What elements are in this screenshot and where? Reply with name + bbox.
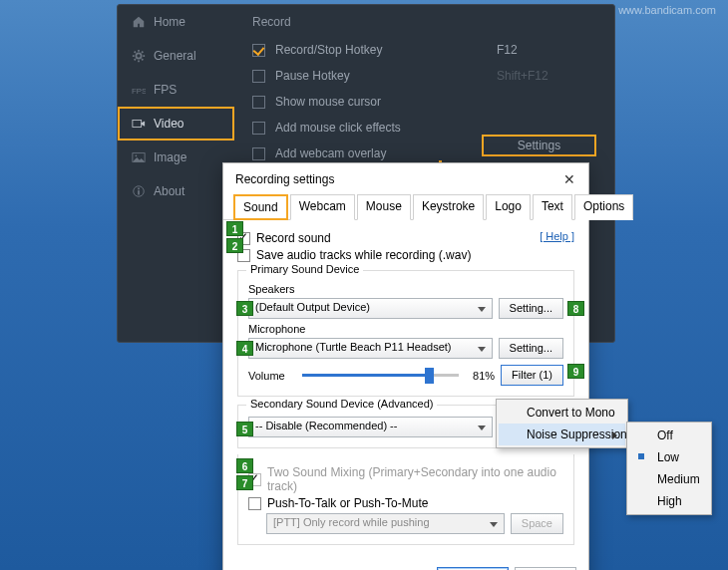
option-ptt[interactable]: Push-To-Talk or Push-To-Mute bbox=[248, 496, 563, 510]
secondary-legend: Secondary Sound Device (Advanced) bbox=[246, 398, 437, 410]
sidebar-item-image[interactable]: Image bbox=[118, 141, 234, 174]
mixing-group: Two Sound Mixing (Primary+Secondary into… bbox=[237, 454, 574, 545]
tab-mouse[interactable]: Mouse bbox=[357, 194, 411, 220]
checkbox-click-effects[interactable] bbox=[252, 122, 265, 135]
option-save-wav[interactable]: Save audio tracks while recording (.wav) bbox=[237, 248, 574, 262]
fps-icon: FPS bbox=[132, 83, 146, 97]
dialog-titlebar: Recording settings ✕ bbox=[223, 163, 588, 193]
menu-noise-medium[interactable]: Medium bbox=[629, 468, 709, 490]
sidebar-nav: Home General FPS FPS Video Image About bbox=[118, 5, 234, 344]
hotkey-value: Shift+F12 bbox=[497, 69, 596, 83]
info-icon bbox=[132, 184, 146, 198]
svg-rect-7 bbox=[138, 188, 140, 190]
option-label: Show mouse cursor bbox=[275, 95, 596, 109]
option-label: Record/Stop Hotkey bbox=[275, 43, 497, 57]
annotation-badge-7: 7 bbox=[236, 475, 253, 490]
speakers-dropdown[interactable]: (Default Output Device) bbox=[248, 298, 493, 319]
volume-label: Volume bbox=[248, 370, 296, 382]
menu-convert-mono[interactable]: Convert to Mono bbox=[499, 402, 625, 424]
noise-submenu: Off Low Medium High bbox=[626, 422, 712, 515]
sidebar-item-general[interactable]: General bbox=[118, 39, 234, 73]
option-two-sound-mixing: Two Sound Mixing (Primary+Secondary into… bbox=[248, 465, 563, 493]
svg-text:FPS: FPS bbox=[132, 87, 146, 96]
option-record-sound[interactable]: Record sound bbox=[237, 231, 574, 245]
sidebar-item-about[interactable]: About bbox=[118, 174, 234, 208]
dialog-footer: OK Cancel bbox=[223, 561, 588, 570]
volume-percent: 81% bbox=[465, 370, 495, 382]
checkbox-show-cursor[interactable] bbox=[252, 96, 265, 109]
filter-button[interactable]: Filter (1) bbox=[501, 365, 563, 386]
dialog-title: Recording settings bbox=[235, 172, 558, 186]
annotation-badge-1: 1 bbox=[226, 221, 243, 236]
video-options-area: Record Record/Stop Hotkey F12 Pause Hotk… bbox=[234, 5, 614, 166]
tab-text[interactable]: Text bbox=[533, 194, 572, 220]
checkbox-webcam-overlay[interactable] bbox=[252, 147, 265, 160]
tab-options[interactable]: Options bbox=[574, 194, 633, 220]
option-label: Add mouse click effects bbox=[275, 121, 596, 135]
menu-noise-off[interactable]: Off bbox=[629, 425, 709, 446]
video-icon bbox=[132, 117, 146, 131]
option-pause-hotkey[interactable]: Pause Hotkey Shift+F12 bbox=[234, 63, 614, 89]
sidebar-label: Image bbox=[154, 150, 186, 164]
speakers-setting-button[interactable]: Setting... bbox=[499, 298, 563, 319]
tab-sound[interactable]: Sound bbox=[233, 194, 288, 220]
ptt-mode-dropdown: [PTT] Only record while pushing bbox=[266, 513, 505, 534]
annotation-badge-5: 5 bbox=[236, 422, 253, 436]
sidebar-label: Video bbox=[154, 117, 183, 131]
menu-noise-high[interactable]: High bbox=[629, 490, 709, 512]
hotkey-value: F12 bbox=[497, 43, 596, 57]
primary-device-group: Primary Sound Device Speakers (Default O… bbox=[237, 270, 574, 397]
annotation-badge-3: 3 bbox=[236, 301, 253, 316]
watermark: www.bandicam.com bbox=[618, 4, 716, 16]
volume-slider[interactable] bbox=[302, 374, 459, 377]
annotation-badge-4: 4 bbox=[236, 341, 253, 356]
microphone-setting-button[interactable]: Setting... bbox=[499, 338, 563, 359]
svg-point-4 bbox=[136, 154, 138, 156]
sidebar-item-home[interactable]: Home bbox=[118, 5, 234, 39]
microphone-dropdown[interactable]: Microphone (Turtle Beach P11 Headset) bbox=[248, 338, 493, 359]
annotation-badge-8: 8 bbox=[567, 301, 584, 316]
speakers-label: Speakers bbox=[248, 283, 563, 295]
sidebar-label: Home bbox=[154, 15, 185, 29]
sidebar-item-video[interactable]: Video bbox=[118, 107, 234, 141]
svg-rect-2 bbox=[133, 121, 142, 128]
dialog-tabs: Sound Webcam Mouse Keystroke Logo Text O… bbox=[223, 193, 588, 220]
tab-webcam[interactable]: Webcam bbox=[290, 194, 355, 220]
sidebar-item-fps[interactable]: FPS FPS bbox=[118, 73, 234, 107]
tab-logo[interactable]: Logo bbox=[486, 194, 531, 220]
image-icon bbox=[132, 150, 146, 164]
close-icon[interactable]: ✕ bbox=[558, 171, 580, 187]
recording-settings-dialog: Recording settings ✕ Sound Webcam Mouse … bbox=[222, 162, 589, 570]
sidebar-label: General bbox=[154, 49, 196, 63]
dialog-body: [ Help ] Record sound Save audio tracks … bbox=[223, 220, 588, 561]
section-record-title: Record bbox=[234, 5, 614, 37]
ptt-key-field: Space bbox=[511, 513, 563, 534]
annotation-badge-6: 6 bbox=[236, 458, 253, 473]
annotation-badge-2: 2 bbox=[226, 238, 243, 253]
sidebar-label: About bbox=[154, 184, 184, 198]
checkbox-pause-hotkey[interactable] bbox=[252, 70, 265, 83]
label-ptt: Push-To-Talk or Push-To-Mute bbox=[267, 496, 428, 510]
tab-keystroke[interactable]: Keystroke bbox=[413, 194, 484, 220]
label-record-sound: Record sound bbox=[256, 231, 331, 245]
svg-point-0 bbox=[136, 53, 141, 58]
label-mixing: Two Sound Mixing (Primary+Secondary into… bbox=[267, 465, 563, 493]
option-record-hotkey[interactable]: Record/Stop Hotkey F12 bbox=[234, 37, 614, 63]
help-link[interactable]: [ Help ] bbox=[540, 230, 574, 242]
filter-menu: Convert to Mono Noise Suppression bbox=[496, 399, 628, 448]
sidebar-label: FPS bbox=[154, 83, 177, 97]
label-save-wav: Save audio tracks while recording (.wav) bbox=[256, 248, 471, 262]
menu-noise-suppression[interactable]: Noise Suppression bbox=[499, 424, 625, 445]
menu-noise-low[interactable]: Low bbox=[629, 446, 709, 468]
gear-icon bbox=[132, 49, 146, 63]
home-icon bbox=[132, 15, 146, 29]
option-label: Pause Hotkey bbox=[275, 69, 497, 83]
annotation-badge-9: 9 bbox=[567, 364, 584, 379]
primary-legend: Primary Sound Device bbox=[246, 263, 363, 275]
checkbox-ptt[interactable] bbox=[248, 497, 261, 510]
settings-button[interactable]: Settings bbox=[482, 135, 596, 156]
checkbox-record-hotkey[interactable] bbox=[252, 44, 265, 57]
secondary-dropdown[interactable]: -- Disable (Recommended) -- bbox=[248, 417, 493, 437]
svg-rect-6 bbox=[138, 190, 140, 194]
option-show-cursor[interactable]: Show mouse cursor bbox=[234, 89, 614, 115]
